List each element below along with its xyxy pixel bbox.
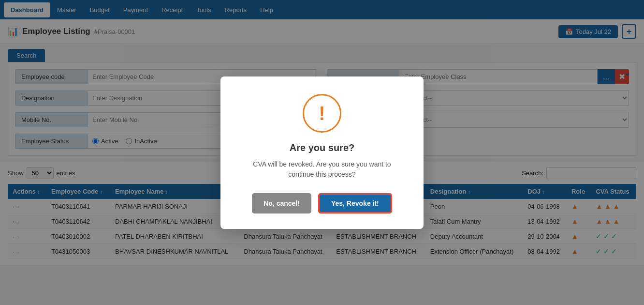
modal-box: ! Are you sure? CVA will be revoked. Are… (220, 76, 424, 229)
modal-buttons: No, cancel! Yes, Revoke it! (240, 193, 404, 214)
warning-circle: ! (303, 94, 341, 133)
modal-title: Are you sure? (240, 142, 404, 153)
cancel-button[interactable]: No, cancel! (252, 193, 311, 214)
warning-icon: ! (319, 104, 325, 123)
modal-message: CVA will be revoked. Are you sure you wa… (240, 159, 404, 180)
revoke-button[interactable]: Yes, Revoke it! (318, 193, 392, 214)
modal-overlay: ! Are you sure? CVA will be revoked. Are… (0, 0, 644, 265)
